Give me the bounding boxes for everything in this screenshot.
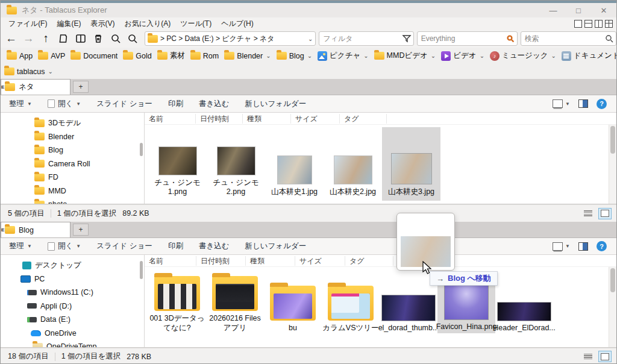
tree-item-blog[interactable]: Blog: [34, 143, 144, 157]
tree-item-onedrive[interactable]: OneDrive: [1, 327, 144, 340]
help-icon[interactable]: ?: [597, 99, 607, 109]
menu-view[interactable]: 表示(V): [86, 17, 119, 30]
folder-column-vs-tree[interactable]: カラムVSツリー: [322, 286, 380, 333]
bookmark-mmd-video[interactable]: MMDビデオ⌄: [372, 49, 439, 62]
bookmark-blender[interactable]: Blender⌄: [222, 51, 273, 61]
file-chujinmo2[interactable]: チュ・ジンモ2.png: [207, 127, 265, 201]
maximize-button[interactable]: □: [566, 3, 591, 17]
bookmark-gold[interactable]: Gold: [121, 51, 154, 61]
thumbnail-view-icon[interactable]: [598, 208, 612, 219]
slideshow-button[interactable]: スライド ショー: [96, 241, 152, 251]
column-name[interactable]: 名前: [145, 114, 196, 124]
menu-file[interactable]: ファイル(F): [4, 17, 51, 30]
column-size[interactable]: サイズ: [291, 114, 340, 124]
print-button[interactable]: 印刷: [168, 241, 183, 251]
folder-20260216-files[interactable]: 20260216 Filesアプリ: [206, 276, 264, 333]
bookmark-blog[interactable]: Blog⌄: [274, 51, 315, 61]
address-dropdown-icon[interactable]: ⌄: [308, 36, 313, 42]
burn-button[interactable]: 書き込む: [199, 99, 230, 109]
tab-blog[interactable]: E Blog: [1, 222, 70, 237]
tree-item-fd[interactable]: FD: [34, 171, 144, 184]
bookmark-document[interactable]: Document: [68, 51, 120, 61]
search-input[interactable]: [521, 31, 616, 46]
menu-tools[interactable]: ツール(T): [176, 17, 216, 30]
column-date[interactable]: 日付時刻: [196, 256, 246, 266]
column-type[interactable]: 種類: [246, 256, 295, 266]
tree-scrollbar-thumb[interactable]: [140, 143, 143, 156]
layout-grid-icon[interactable]: [605, 20, 613, 28]
organize-button[interactable]: 整理▼: [9, 99, 32, 109]
bookmark-video[interactable]: ビデオ⌄: [439, 49, 487, 62]
column-type[interactable]: 種類: [243, 114, 291, 124]
bookmark-documents[interactable]: ドキュメント⌄: [559, 49, 616, 62]
menu-edit[interactable]: 編集(E): [52, 17, 85, 30]
scrollbar-thumb[interactable]: [610, 126, 615, 154]
column-date[interactable]: 日付時刻: [196, 114, 243, 124]
preview-pane-icon[interactable]: [578, 99, 588, 108]
organize-button[interactable]: 整理▼: [9, 241, 32, 251]
tree-item-3dmodel[interactable]: 3Dモデル: [34, 116, 144, 130]
file-chujinmo1[interactable]: チュ・ジンモ1.png: [148, 127, 207, 201]
slideshow-button[interactable]: スライド ショー: [96, 99, 152, 109]
layout-vertical-split-icon[interactable]: [595, 20, 603, 28]
change-view-button[interactable]: ▼: [553, 242, 570, 251]
up-button[interactable]: ↑: [38, 31, 54, 46]
trash-icon[interactable]: [90, 31, 106, 46]
tree-item-cameraroll[interactable]: Camera Roll: [34, 157, 144, 171]
chevron-down-icon[interactable]: ⌄: [48, 68, 53, 75]
layout-horizontal-split-icon[interactable]: [584, 20, 592, 28]
chevron-down-icon[interactable]: ⌄: [480, 52, 484, 59]
back-button[interactable]: ←: [3, 31, 19, 46]
file-eldorad-thumb[interactable]: el_dorad_thumb...: [380, 295, 437, 333]
menu-help[interactable]: ヘルプ(H): [217, 17, 258, 30]
split-pane-icon[interactable]: [72, 31, 89, 46]
new-folder-button[interactable]: 新しいフォルダー: [245, 99, 306, 109]
chevron-down-icon[interactable]: ⌄: [307, 52, 312, 59]
tree-item-drive-d[interactable]: Appli (D:): [1, 300, 144, 313]
new-tab-button[interactable]: +: [73, 81, 89, 93]
tree-item-photo[interactable]: photo: [34, 198, 144, 204]
tree-item-drive-c[interactable]: Windows11 (C:): [1, 286, 144, 300]
details-view-icon[interactable]: [583, 209, 594, 218]
tree-item-blender[interactable]: Blender: [34, 130, 144, 144]
bookmark-music[interactable]: ♪ミュージック⌄: [487, 49, 559, 62]
search-everything-icon[interactable]: [125, 31, 141, 46]
bookmark-pictures[interactable]: ピクチャ⌄: [315, 49, 371, 62]
file-yamamoto2[interactable]: 山本耕史2.jpg: [324, 127, 382, 201]
pane1-scrollbar[interactable]: [609, 125, 616, 204]
help-icon[interactable]: ?: [597, 241, 607, 251]
tree-item-drive-e[interactable]: Data (E:): [1, 313, 144, 327]
tree-item-desktop[interactable]: デスクトップ: [1, 259, 144, 272]
column-tags[interactable]: タグ: [340, 114, 387, 124]
title-bar[interactable]: ネタ - Tablacus Explorer — □ ✕: [1, 3, 616, 17]
copy-icon[interactable]: [55, 31, 72, 46]
new-folder-button[interactable]: 新しいフォルダー: [245, 241, 306, 251]
column-size[interactable]: サイズ: [295, 256, 345, 266]
address-bar[interactable]: > PC > Data (E:) > ピクチャ > ネタ ⌄: [145, 31, 316, 46]
everything-input[interactable]: [417, 31, 518, 46]
change-view-button[interactable]: ▼: [553, 99, 570, 108]
print-button[interactable]: 印刷: [168, 99, 183, 109]
chevron-down-icon[interactable]: ⌄: [266, 52, 271, 59]
tree-item-mmd[interactable]: MMD: [34, 184, 144, 198]
column-name[interactable]: 名前: [145, 256, 196, 266]
chevron-down-icon[interactable]: ⌄: [363, 52, 368, 59]
bookmark-sozai[interactable]: 素材: [155, 49, 187, 62]
file-header-eldorad[interactable]: Header_ElDorad...: [495, 303, 553, 333]
pane2-scrollbar[interactable]: [609, 267, 616, 347]
layout-single-icon[interactable]: [574, 20, 582, 28]
preview-pane-icon[interactable]: [578, 242, 588, 251]
thumbnail-view-icon[interactable]: [598, 351, 612, 362]
folder-001-3ddata[interactable]: 001 3Dデータってなに?: [148, 276, 206, 333]
forward-button[interactable]: →: [20, 31, 37, 46]
file-yamamoto1[interactable]: 山本耕史1.jpg: [265, 127, 324, 201]
open-button[interactable]: 開く▼: [48, 99, 81, 109]
folder-bu[interactable]: bu: [264, 286, 322, 333]
open-button[interactable]: 開く▼: [48, 241, 81, 251]
bookmark-app[interactable]: App: [4, 51, 35, 61]
new-tab-button[interactable]: +: [73, 224, 89, 236]
column-tags[interactable]: タグ: [345, 256, 393, 266]
tree-item-pc[interactable]: PC: [1, 272, 144, 286]
tree-item-onedrivetemp[interactable]: OneDriveTemp: [1, 340, 144, 347]
tree-scrollbar-thumb[interactable]: [140, 261, 143, 279]
